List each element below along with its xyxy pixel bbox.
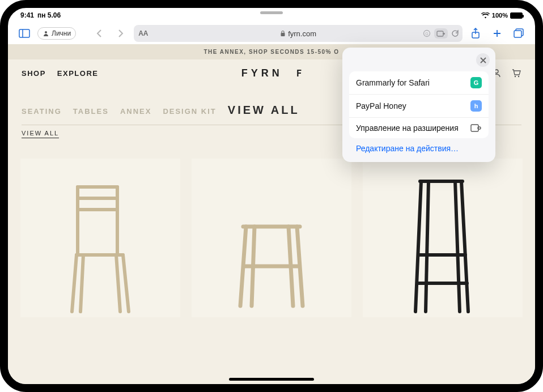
puzzle-icon (470, 123, 482, 133)
extensions-popover: Grammarly for Safari G PayPal Honey h Уп… (342, 48, 495, 162)
product-grid (8, 138, 535, 317)
status-date: пн 5.06 (37, 11, 61, 19)
brand-logo[interactable]: FYRN F (241, 67, 302, 79)
share-button[interactable] (467, 25, 484, 42)
ipad-frame: 9:41 пн 5.06 100% Лични AA (0, 0, 543, 392)
person-icon (43, 30, 49, 37)
battery-pct: 100% (492, 12, 508, 19)
safari-toolbar: Лични AA fyrn.com G (8, 23, 535, 44)
svg-rect-14 (471, 125, 478, 131)
status-time: 9:41 (20, 11, 34, 19)
edit-actions-link[interactable]: Редактиране на действия… (356, 144, 489, 153)
chair-illustration (49, 170, 151, 317)
status-bar: 9:41 пн 5.06 100% (8, 8, 535, 23)
tabs-button[interactable] (510, 25, 527, 42)
filter-tables[interactable]: TABLES (73, 107, 109, 116)
new-tab-button[interactable] (489, 25, 506, 42)
reload-button[interactable] (451, 29, 459, 37)
extension-item-grammarly[interactable]: Grammarly for Safari G (349, 71, 489, 94)
text-size-button[interactable]: AA (138, 29, 148, 37)
svg-point-2 (45, 31, 47, 33)
honey-icon: h (470, 100, 482, 112)
multitask-pill[interactable] (260, 11, 283, 14)
cart-icon[interactable] (511, 69, 521, 78)
close-button[interactable] (476, 53, 490, 67)
view-all-link[interactable]: VIEW ALL (22, 130, 59, 138)
extension-item-honey[interactable]: PayPal Honey h (349, 94, 489, 117)
url-host: fyrn.com (288, 29, 316, 38)
home-indicator[interactable] (229, 378, 314, 381)
svg-rect-3 (281, 33, 285, 36)
svg-point-12 (515, 76, 516, 77)
svg-rect-7 (443, 33, 445, 35)
stool-illustration (220, 204, 323, 317)
profile-label: Лични (52, 29, 71, 37)
barstool-illustration (392, 170, 494, 317)
extensions-list: Grammarly for Safari G PayPal Honey h Уп… (349, 71, 489, 138)
forward-button (112, 25, 129, 42)
svg-text:G: G (425, 32, 428, 36)
filter-annex[interactable]: ANNEX (120, 107, 152, 116)
svg-rect-6 (437, 31, 443, 36)
wifi-icon (481, 12, 490, 19)
filter-design-kit[interactable]: DESIGN KIT (163, 107, 216, 116)
svg-rect-0 (19, 29, 29, 37)
lock-icon (280, 30, 286, 37)
brand-monogram: F (296, 68, 302, 79)
back-button[interactable] (91, 25, 108, 42)
manage-extensions[interactable]: Управление на разширения (349, 117, 489, 138)
product-card[interactable] (192, 159, 351, 317)
filter-seating[interactable]: SEATING (22, 107, 62, 116)
reader-icon[interactable]: G (423, 29, 431, 37)
product-card[interactable] (363, 159, 523, 317)
filter-view-all[interactable]: VIEW ALL (228, 104, 300, 117)
nav-explore[interactable]: EXPLORE (57, 69, 99, 78)
svg-point-13 (518, 76, 519, 77)
extensions-button[interactable] (434, 28, 448, 39)
svg-rect-10 (514, 31, 521, 37)
battery-icon (510, 12, 523, 19)
address-bar[interactable]: AA fyrn.com G (134, 25, 463, 42)
nav-shop[interactable]: SHOP (22, 69, 46, 78)
profile-button[interactable]: Лични (37, 27, 76, 40)
product-card[interactable] (20, 159, 180, 317)
sidebar-button[interactable] (16, 25, 33, 42)
grammarly-icon: G (470, 77, 482, 88)
